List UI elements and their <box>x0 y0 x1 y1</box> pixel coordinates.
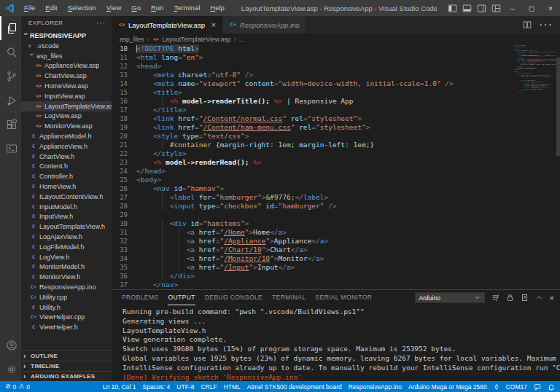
menu-edit[interactable]: Edit <box>40 0 62 16</box>
line-number[interactable]: 31 <box>112 228 136 237</box>
code-line[interactable]: 11<html lang="en"> <box>112 53 509 62</box>
maximize-panel-icon[interactable] <box>535 294 543 302</box>
minimap[interactable]: <!DOCTYPE html><html lang="en"><head> <m… <box>513 44 556 289</box>
tree-file-monitorview.h[interactable]: CMonitorView.h <box>21 272 112 282</box>
menu-view[interactable]: View <box>101 0 126 16</box>
line-number[interactable]: 24 <box>112 167 136 176</box>
code-line[interactable]: 18 <link href="/Content/normal.css" rel=… <box>112 114 509 123</box>
problems-status[interactable]: ⊘ 0 ⚠ 0 <box>5 381 30 392</box>
line-number[interactable]: 23 <box>112 158 136 167</box>
tree-file-logajaxview.h[interactable]: CLogAjaxView.h <box>21 232 112 242</box>
status-item[interactable]: Ln 10, Col 1 <box>103 383 136 391</box>
line-number[interactable]: 18 <box>112 114 136 123</box>
tree-file-homeview.asp[interactable]: <>HomeView.asp <box>21 81 112 91</box>
panel-tab-debug-console[interactable]: DEBUG CONSOLE <box>205 291 262 305</box>
breadcrumb-item[interactable]: asp_files <box>120 36 144 43</box>
tab-layouttemplateview.asp[interactable]: <>LayoutTemplateView.asp× <box>112 16 223 34</box>
tree-file-viewhelper.cpp[interactable]: C+ViewHelper.cpp <box>21 313 112 323</box>
sidebar-section-outline[interactable]: ›OUTLINE <box>21 350 112 361</box>
run-debug-icon[interactable] <box>0 88 21 112</box>
code-line[interactable]: 30 <div id="hamitems"> <box>112 219 509 228</box>
code-line[interactable]: 19 <link href="/Content/ham-menu.css" re… <box>112 123 509 132</box>
project-root-row[interactable]: › RESPONSIVEAPP <box>21 30 112 41</box>
line-number[interactable]: 37 <box>112 281 136 289</box>
line-number[interactable]: 13 <box>112 71 136 79</box>
settings-icon[interactable] <box>0 357 21 381</box>
tab-responsiveapp.ino[interactable]: C+ResponsiveApp.ino <box>223 16 307 34</box>
tree-file-inputmodel.h[interactable]: CInputModel.h <box>21 202 112 212</box>
tree-file-layouttemplateview.asp[interactable]: <>LayoutTemplateView.asp <box>21 101 112 111</box>
tree-file-applianceview.asp[interactable]: <>ApplianceView.asp <box>21 61 112 71</box>
customize-layout-icon[interactable] <box>489 0 503 16</box>
code-line[interactable]: 17 </title> <box>112 106 509 114</box>
code-line[interactable]: 34 <a href="/Monitor/10">Monitor</a> <box>112 254 509 263</box>
tree-file-inputview.h[interactable]: CInputView.h <box>21 212 112 222</box>
line-number[interactable]: 28 <box>112 202 136 211</box>
breadcrumb-item[interactable]: … <box>238 36 245 43</box>
line-number[interactable]: 25 <box>112 176 136 184</box>
line-number[interactable]: 22 <box>112 149 136 158</box>
tree-file-logview.asp[interactable]: <>LogView.asp <box>21 111 112 122</box>
code-line[interactable]: 16 <% model->renderTitle(); %> | Respons… <box>112 97 509 106</box>
code-line[interactable]: 21 #container {margin-right: 1em; margin… <box>112 141 509 149</box>
tree-file-utility.cpp[interactable]: C+Utility.cpp <box>21 292 112 302</box>
tree-file-homeview.h[interactable]: CHomeView.h <box>21 181 112 192</box>
menu-terminal[interactable]: Terminal <box>168 0 205 16</box>
sidebar-section-timeline[interactable]: ›TIMELINE <box>21 361 112 371</box>
notifications-bell-icon[interactable] <box>548 383 555 391</box>
arduino-icon[interactable] <box>0 136 21 160</box>
editor-scrollbar[interactable] <box>556 58 560 156</box>
tree-file-layouttemplateview.h[interactable]: CLayoutTemplateView.h <box>21 222 112 232</box>
code-line[interactable]: 29 <box>112 211 509 219</box>
code-line[interactable]: 14 <meta name="viewport" content="width=… <box>112 79 509 88</box>
more-actions-icon[interactable]: ··· <box>539 18 553 31</box>
tree-file-inputview.asp[interactable]: <>InputView.asp <box>21 91 112 101</box>
code-line[interactable]: 10<!DOCTYPE html> <box>112 44 509 53</box>
tree-file-ilayoutcontentview.h[interactable]: CILayoutContentView.h <box>21 192 112 202</box>
tree-file-monitorview.asp[interactable]: <>MonitorView.asp <box>21 121 112 131</box>
menu-go[interactable]: Go <box>126 0 146 16</box>
explorer-icon[interactable] <box>0 16 21 40</box>
tree-file-content.h[interactable]: CContent.h <box>21 162 112 172</box>
line-number[interactable]: 32 <box>112 237 136 246</box>
tree-file-controller.h[interactable]: CController.h <box>21 171 112 181</box>
status-item-port[interactable]: COM17 <box>506 383 527 391</box>
code-line[interactable]: 37 </nav> <box>112 281 509 289</box>
tree-file-viewhelper.h[interactable]: CViewHelper.h <box>21 322 112 332</box>
tree-folder-.vscode[interactable]: ›.vscode <box>21 41 112 51</box>
line-number[interactable]: 26 <box>112 184 136 193</box>
line-number[interactable]: 17 <box>112 106 136 114</box>
search-icon[interactable] <box>0 40 21 64</box>
toggle-panel-icon[interactable] <box>459 0 474 16</box>
toggle-secondary-sidebar-icon[interactable] <box>474 0 489 16</box>
code-line[interactable]: 22 </style> <box>112 149 509 158</box>
tree-file-responsiveapp.ino[interactable]: C+ResponsiveApp.ino <box>21 282 112 292</box>
tab-close-icon[interactable]: × <box>211 21 216 29</box>
code-line[interactable]: 35 <a href="/Input">Input</a> <box>112 263 509 272</box>
breadcrumb-item[interactable]: LayoutTemplateView.asp <box>163 36 231 43</box>
status-item[interactable]: Atmel STK500 development board <box>247 383 342 391</box>
line-number[interactable]: 21 <box>112 141 136 149</box>
line-number[interactable]: 27 <box>112 193 136 202</box>
code-line[interactable]: 25<body> <box>112 176 509 184</box>
line-number[interactable]: 15 <box>112 88 136 97</box>
panel-tab-problems[interactable]: PROBLEMS <box>122 291 158 305</box>
line-number[interactable]: 19 <box>112 123 136 132</box>
code-line[interactable]: 31 <a href="/Home">Home</a> <box>112 228 509 237</box>
code-editor[interactable]: 10<!DOCTYPE html>11<html lang="en">12<he… <box>112 44 560 289</box>
code-line[interactable]: 13 <meta charset="utf-8" /> <box>112 71 509 79</box>
sidebar-section-arduino-examples[interactable]: ›ARDUINO EXAMPLES <box>21 371 112 381</box>
tree-file-appliancemodel.h[interactable]: CApplianceModel.h <box>21 131 112 141</box>
line-number[interactable]: 16 <box>112 97 136 106</box>
code-line[interactable]: 33 <a href="/Chart/10">Chart</a> <box>112 246 509 254</box>
close-button[interactable]: × <box>541 0 560 16</box>
code-line[interactable]: 27 <label for="hamburger">&#9776;</label… <box>112 193 509 202</box>
line-number[interactable]: 12 <box>112 62 136 71</box>
code-line[interactable]: 32 <a href="/Appliance">Appliance</a> <box>112 237 509 246</box>
tree-file-logview.h[interactable]: CLogView.h <box>21 252 112 262</box>
tree-file-utility.h[interactable]: CUtility.h <box>21 302 112 313</box>
source-control-icon[interactable] <box>0 64 21 88</box>
open-output-in-editor-icon[interactable] <box>521 294 529 302</box>
menu-run[interactable]: Run <box>146 0 168 16</box>
lock-scroll-icon[interactable] <box>506 294 514 302</box>
